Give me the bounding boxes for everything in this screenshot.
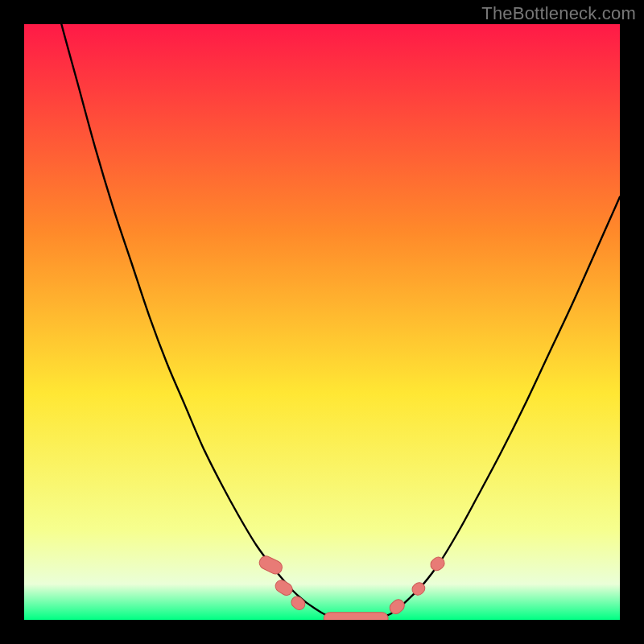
chart-container: TheBottleneck.com [0, 0, 644, 644]
plot-background-gradient [24, 24, 620, 620]
bottleneck-chart [0, 0, 644, 644]
watermark-text: TheBottleneck.com [481, 3, 636, 24]
